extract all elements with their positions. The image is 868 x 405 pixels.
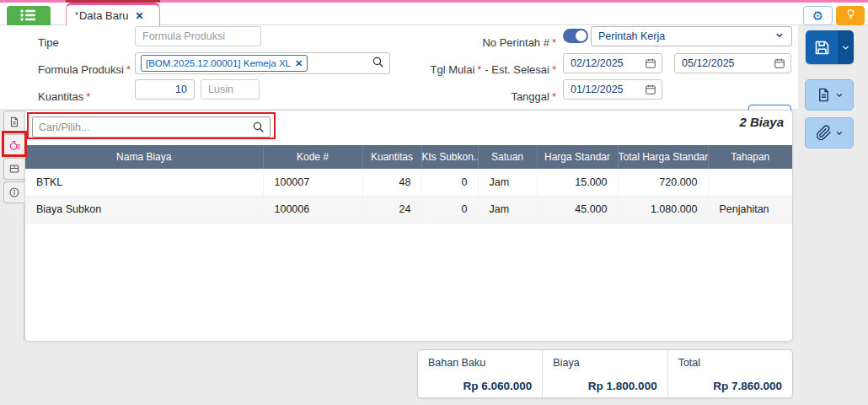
col-header-satuan: Satuan <box>478 145 537 169</box>
summary-value: Rp 6.060.000 <box>428 380 532 392</box>
tanggal-label: Tanggal <box>511 90 549 103</box>
col-header-harga-standar: Harga Standar <box>537 145 618 169</box>
cell-kode: 100007 <box>263 169 362 196</box>
tgl-mulai-label: Tgl Mulai <box>431 63 475 76</box>
table-header-row: Nama Biaya Kode # Kuantitas Kts Subkon..… <box>25 145 792 169</box>
col-header-kuantitas: Kuantitas <box>362 145 421 169</box>
calendar-icon[interactable] <box>645 57 656 73</box>
required-asterisk: * <box>552 36 556 49</box>
table-row[interactable]: BTKL 100007 48 0 Jam 15.000 720.000 <box>25 169 792 196</box>
cell-kts-subkon: 0 <box>421 169 478 196</box>
cell-satuan: Jam <box>478 196 537 223</box>
calendar-icon[interactable] <box>774 57 785 73</box>
chevron-down-icon <box>774 30 785 43</box>
col-header-tahapan: Tahapan <box>708 145 792 169</box>
help-tips-button[interactable] <box>836 6 865 25</box>
side-tab-produk[interactable] <box>3 158 24 180</box>
perintah-kerja-selected-value: Perintah Kerja <box>598 30 665 42</box>
summary-label: Total <box>678 357 782 369</box>
summary-label: Bahan Baku <box>428 357 532 369</box>
summary-total: Total Rp 7.860.000 <box>667 350 792 397</box>
totals-summary-card: Bahan Baku Rp 6.060.000 Biaya Rp 1.800.0… <box>417 349 793 398</box>
attachments-button[interactable] <box>805 117 854 148</box>
tab-close-icon[interactable]: ✕ <box>135 10 143 22</box>
required-asterisk: * <box>86 90 90 103</box>
required-asterisk: * <box>126 63 131 76</box>
gear-icon: ⚙ <box>812 9 823 22</box>
side-tab-biaya[interactable] <box>3 134 24 156</box>
chevron-down-icon <box>835 129 844 138</box>
biaya-count-label: 2 Biaya <box>739 115 784 129</box>
save-split-button <box>806 30 854 64</box>
cell-harga-standar: 15.000 <box>537 169 618 196</box>
tab-data-baru[interactable]: * Data Baru ✕ <box>66 3 160 26</box>
cell-kode: 100006 <box>263 196 362 223</box>
est-selesai-label: - Est. Selesai <box>485 63 549 76</box>
save-button[interactable] <box>806 30 838 64</box>
cell-kts-subkon: 0 <box>421 196 478 223</box>
unsaved-marker: * <box>75 11 78 20</box>
search-input[interactable] <box>32 116 271 138</box>
document-actions-button[interactable] <box>805 79 854 111</box>
search-icon[interactable] <box>252 121 265 137</box>
box-icon <box>8 163 20 175</box>
toggle-knob <box>576 30 587 41</box>
tipe-field[interactable] <box>135 26 261 46</box>
chevron-down-icon <box>835 91 844 100</box>
biaya-detail-panel: 2 Biaya Nama Biaya Kode # Kuantitas Kts … <box>24 110 793 342</box>
col-header-total-harga-standar: Total Harga Standar <box>618 145 708 169</box>
cell-nama-biaya: Biaya Subkon <box>25 196 263 223</box>
required-asterisk: * <box>552 63 556 76</box>
tab-bar: * Data Baru ✕ ⚙ <box>0 3 868 25</box>
summary-biaya: Biaya Rp 1.800.000 <box>542 350 667 397</box>
cell-kuantitas: 48 <box>362 169 421 196</box>
cell-tahapan <box>708 169 792 196</box>
cell-tahapan: Penjahitan <box>708 196 792 223</box>
kuantitas-field[interactable] <box>135 79 195 100</box>
money-bag-icon <box>8 139 21 152</box>
tab-title: Data Baru <box>79 9 129 22</box>
chevron-down-icon <box>841 43 850 52</box>
no-perintah-toggle[interactable] <box>563 29 588 43</box>
required-asterisk: * <box>552 90 556 103</box>
perintah-kerja-select[interactable]: Perintah Kerja <box>591 26 792 46</box>
hamburger-list-icon <box>19 8 38 24</box>
save-floppy-icon <box>813 39 831 57</box>
side-tab-info[interactable] <box>3 181 24 203</box>
cell-satuan: Jam <box>478 169 537 196</box>
lightbulb-icon <box>844 8 857 24</box>
paperclip-icon <box>816 125 832 141</box>
summary-value: Rp 1.800.000 <box>553 380 656 392</box>
cell-total-harga-standar: 720.000 <box>618 169 708 196</box>
side-tab-bahan-baku[interactable] <box>3 111 24 132</box>
formula-produksi-field[interactable]: [BOM.2025.12.00001] Kemeja XL ✕ <box>135 52 390 74</box>
chip-remove-icon[interactable]: ✕ <box>295 58 303 69</box>
satuan-unit-field[interactable] <box>201 79 260 100</box>
summary-value: Rp 7.860.000 <box>678 380 782 392</box>
col-header-kode: Kode # <box>263 145 362 169</box>
cell-kuantitas: 24 <box>362 196 421 223</box>
required-asterisk: * <box>477 63 481 76</box>
no-perintah-label: No Perintah # <box>482 36 549 49</box>
formula-chip-text: [BOM.2025.12.00001] Kemeja XL <box>146 58 291 68</box>
biaya-table: Nama Biaya Kode # Kuantitas Kts Subkon..… <box>25 145 792 224</box>
document-icon <box>8 116 20 128</box>
calendar-icon[interactable] <box>645 84 656 99</box>
save-options-chevron[interactable] <box>838 30 854 64</box>
detail-side-tabs <box>3 111 24 205</box>
cell-harga-standar: 45.000 <box>537 196 618 223</box>
summary-label: Biaya <box>553 357 656 369</box>
document-icon <box>816 87 832 103</box>
header-form: Tipe Formula Produksi * [BOM.2025.12.000… <box>0 25 798 109</box>
cell-total-harga-standar: 1.080.000 <box>618 196 708 223</box>
app-window: * Data Baru ✕ ⚙ Tipe Formula Produksi * <box>0 0 868 405</box>
info-icon <box>8 186 20 198</box>
col-header-kts-subkon: Kts Subkon... <box>421 145 478 169</box>
settings-button[interactable]: ⚙ <box>803 6 833 25</box>
formula-chip: [BOM.2025.12.00001] Kemeja XL ✕ <box>141 55 308 72</box>
main-menu-button[interactable] <box>7 6 51 27</box>
col-header-nama-biaya: Nama Biaya <box>25 145 263 169</box>
tipe-label: Tipe <box>38 36 59 49</box>
kuantitas-label: Kuantitas <box>38 90 83 103</box>
table-row[interactable]: Biaya Subkon 100006 24 0 Jam 45.000 1.08… <box>25 196 792 223</box>
